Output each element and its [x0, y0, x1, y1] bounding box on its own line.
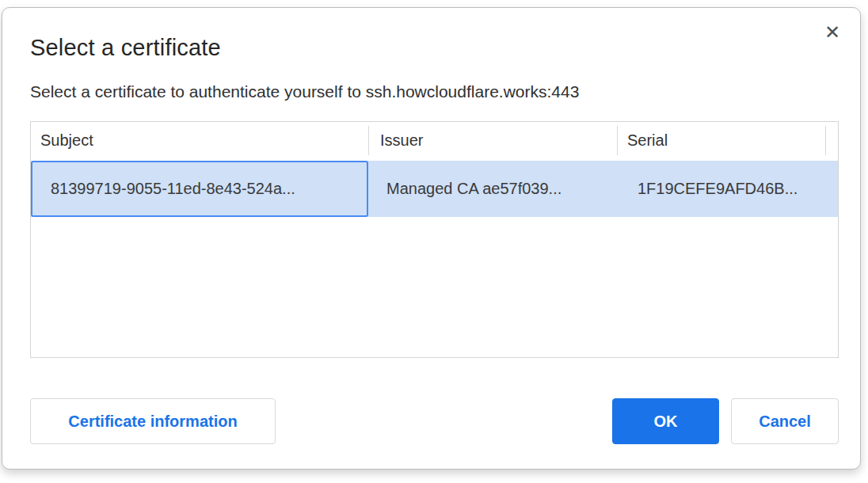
certificate-table: Subject Issuer Serial 81399719-9055-11ed… [30, 121, 839, 358]
column-divider [617, 126, 618, 155]
cell-issuer[interactable]: Managed CA ae57f039... [368, 161, 617, 217]
screen: ✕ Select a certificate Select a certific… [0, 0, 868, 483]
table-row-selected-certificate[interactable]: 81399719-9055-11ed-8e43-524a... Managed … [31, 161, 838, 217]
page-title: Select a certificate [30, 35, 221, 61]
dialog-button-row: Certificate information OK Cancel [2, 398, 860, 446]
certificate-information-button[interactable]: Certificate information [30, 398, 276, 444]
column-header-issuer[interactable]: Issuer [368, 131, 617, 150]
close-icon[interactable]: ✕ [819, 19, 846, 46]
column-divider [825, 126, 826, 155]
dialog-subtitle: Select a certificate to authenticate you… [30, 82, 579, 101]
column-header-serial[interactable]: Serial [617, 131, 826, 150]
column-divider [368, 126, 369, 155]
cancel-button[interactable]: Cancel [731, 398, 839, 444]
table-header-row: Subject Issuer Serial [31, 122, 838, 159]
cell-subject[interactable]: 81399719-9055-11ed-8e43-524a... [31, 161, 368, 217]
cell-serial[interactable]: 1F19CEFE9AFD46B... [617, 161, 826, 217]
select-certificate-dialog: ✕ Select a certificate Select a certific… [2, 7, 861, 470]
ok-button[interactable]: OK [612, 398, 719, 444]
column-header-subject[interactable]: Subject [31, 131, 368, 150]
